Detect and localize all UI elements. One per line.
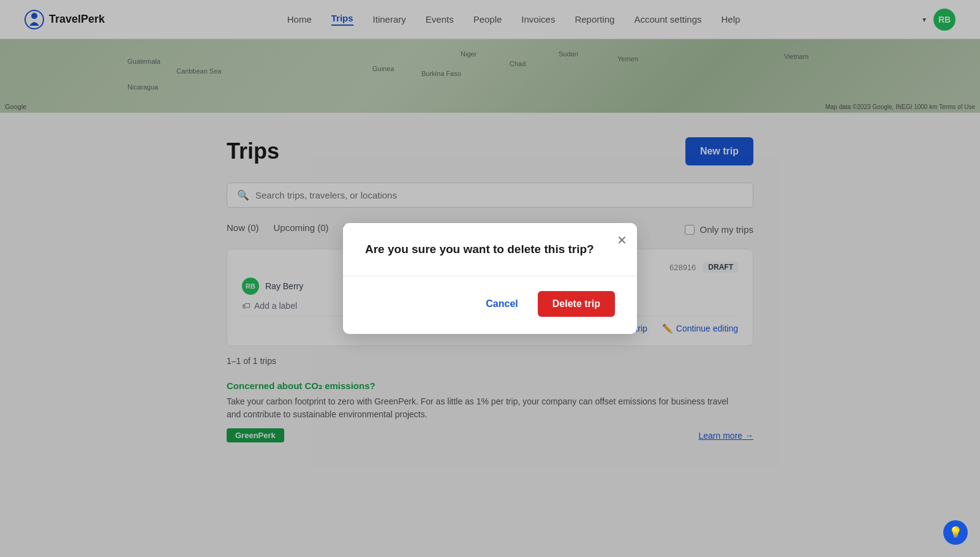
delete-trip-modal: ✕ Are you sure you want to delete this t… bbox=[343, 223, 637, 334]
modal-divider bbox=[343, 276, 637, 276]
cancel-button[interactable]: Cancel bbox=[476, 291, 527, 317]
modal-overlay[interactable]: ✕ Are you sure you want to delete this t… bbox=[0, 0, 980, 467]
modal-title: Are you sure you want to delete this tri… bbox=[365, 243, 615, 256]
modal-actions: Cancel Delete trip bbox=[365, 291, 615, 317]
delete-trip-button[interactable]: Delete trip bbox=[538, 291, 615, 317]
modal-close-button[interactable]: ✕ bbox=[617, 233, 627, 248]
